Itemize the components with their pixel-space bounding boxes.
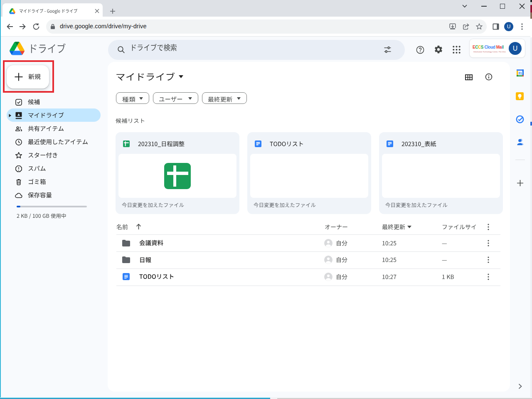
svg-text:31: 31 bbox=[518, 71, 522, 75]
